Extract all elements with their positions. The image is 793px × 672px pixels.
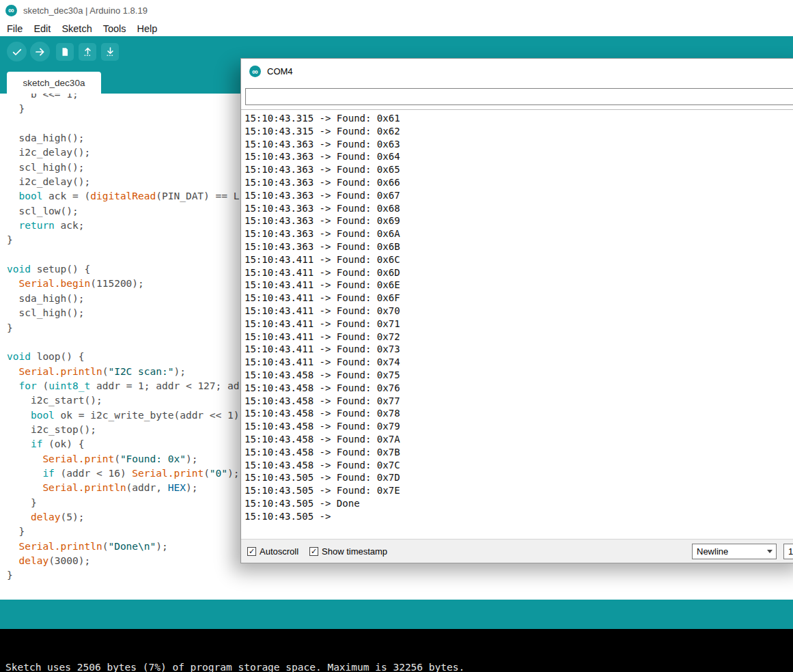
serial-output-line: 15:10:43.458 -> Found: 0x75 (245, 369, 793, 382)
serial-output-line: 15:10:43.363 -> Found: 0x68 (245, 202, 793, 215)
serial-output-line: 15:10:43.363 -> Found: 0x69 (245, 214, 793, 227)
check-icon (12, 46, 23, 57)
menu-file[interactable]: File (1, 23, 28, 34)
menu-help[interactable]: Help (132, 23, 163, 34)
baud-rate-select[interactable]: 115200 baud (783, 544, 793, 559)
upload-button[interactable] (30, 42, 50, 61)
autoscroll-checkbox[interactable]: Autoscroll (247, 540, 298, 563)
chevron-down-icon (764, 544, 776, 559)
serial-output-line: 15:10:43.411 -> Found: 0x72 (245, 331, 793, 344)
serial-output-line: 15:10:43.458 -> Found: 0x76 (245, 382, 793, 395)
main-window-title: sketch_dec30a | Arduino 1.8.19 (23, 5, 148, 16)
build-console: Sketch uses 2506 bytes (7%) of program s… (0, 629, 793, 672)
code-line: } (7, 568, 793, 583)
serial-output-line: 15:10:43.315 -> Found: 0x62 (245, 125, 793, 138)
serial-output-line: 15:10:43.411 -> Found: 0x73 (245, 343, 793, 356)
menu-tools[interactable]: Tools (98, 23, 132, 34)
new-document-icon (60, 47, 70, 57)
show-timestamp-checkbox[interactable]: Show timestamp (309, 540, 387, 563)
serial-output-line: 15:10:43.363 -> Found: 0x6A (245, 227, 793, 240)
serial-output-line: 15:10:43.411 -> Found: 0x71 (245, 318, 793, 331)
checkbox-check-icon (247, 547, 256, 556)
serial-monitor-controls: Autoscroll Show timestamp Newline 115200… (241, 539, 793, 563)
show-timestamp-label: Show timestamp (322, 546, 387, 557)
serial-output-line: 15:10:43.411 -> Found: 0x6D (245, 266, 793, 279)
serial-output-line: 15:10:43.363 -> Found: 0x64 (245, 150, 793, 163)
serial-output[interactable]: 15:10:43.315 -> Found: 0x6115:10:43.315 … (241, 109, 793, 539)
verify-button[interactable] (7, 42, 27, 61)
arduino-logo-icon (249, 66, 261, 77)
serial-output-line: 15:10:43.458 -> Found: 0x77 (245, 395, 793, 408)
baud-rate-value: 115200 baud (784, 546, 793, 557)
serial-output-line: 15:10:43.363 -> Found: 0x63 (245, 138, 793, 151)
serial-monitor-title: COM4 (267, 66, 293, 76)
toolbar-buttons (7, 42, 119, 61)
serial-output-line: 15:10:43.505 -> (245, 510, 793, 523)
serial-monitor-titlebar[interactable]: COM4 (241, 59, 793, 84)
serial-output-line: 15:10:43.505 -> Done (245, 497, 793, 510)
serial-output-line: 15:10:43.363 -> Found: 0x66 (245, 176, 793, 189)
serial-output-line: 15:10:43.458 -> Found: 0x78 (245, 407, 793, 420)
serial-output-line: 15:10:43.411 -> Found: 0x70 (245, 305, 793, 318)
open-arrow-up-icon (83, 46, 93, 57)
line-ending-value: Newline (693, 546, 764, 557)
serial-output-line: 15:10:43.505 -> Found: 0x7E (245, 484, 793, 497)
serial-output-line: 15:10:43.458 -> Found: 0x7B (245, 446, 793, 459)
arrow-right-icon (35, 46, 46, 57)
serial-output-line: 15:10:43.411 -> Found: 0x6C (245, 253, 793, 266)
serial-output-line: 15:10:43.458 -> Found: 0x79 (245, 420, 793, 433)
tab-sketch-dec30a[interactable]: sketch_dec30a (7, 72, 101, 94)
tab-label: sketch_dec30a (23, 78, 85, 88)
serial-output-line: 15:10:43.458 -> Found: 0x7A (245, 433, 793, 446)
menu-edit[interactable]: Edit (28, 23, 56, 34)
status-strip (0, 600, 793, 629)
serial-output-line: 15:10:43.458 -> Found: 0x7C (245, 459, 793, 472)
save-button[interactable] (101, 43, 119, 61)
arduino-logo-icon (5, 5, 17, 16)
serial-output-line: 15:10:43.411 -> Found: 0x6E (245, 279, 793, 292)
serial-output-line: 15:10:43.363 -> Found: 0x65 (245, 163, 793, 176)
menu-sketch[interactable]: Sketch (56, 23, 97, 34)
autoscroll-label: Autoscroll (260, 546, 298, 557)
serial-output-line: 15:10:43.411 -> Found: 0x74 (245, 356, 793, 369)
serial-output-line: 15:10:43.363 -> Found: 0x67 (245, 189, 793, 202)
serial-output-line: 15:10:43.363 -> Found: 0x6B (245, 240, 793, 253)
serial-send-input[interactable] (245, 88, 793, 105)
serial-monitor-window: COM4 15:10:43.315 -> Found: 0x6115:10:43… (240, 58, 793, 563)
new-sketch-button[interactable] (56, 43, 74, 61)
serial-output-line: 15:10:43.505 -> Found: 0x7D (245, 471, 793, 484)
serial-output-line: 15:10:43.411 -> Found: 0x6F (245, 292, 793, 305)
console-line: Sketch uses 2506 bytes (7%) of program s… (5, 660, 793, 672)
save-arrow-down-icon (105, 46, 115, 57)
checkbox-check-icon (309, 547, 318, 556)
menubar: File Edit Sketch Tools Help (0, 20, 793, 36)
serial-output-line: 15:10:43.315 -> Found: 0x61 (245, 112, 793, 125)
line-ending-select[interactable]: Newline (692, 544, 777, 559)
open-button[interactable] (79, 43, 96, 61)
screen: sketch_dec30a | Arduino 1.8.19 File Edit… (0, 0, 793, 672)
main-titlebar[interactable]: sketch_dec30a | Arduino 1.8.19 (0, 0, 793, 20)
